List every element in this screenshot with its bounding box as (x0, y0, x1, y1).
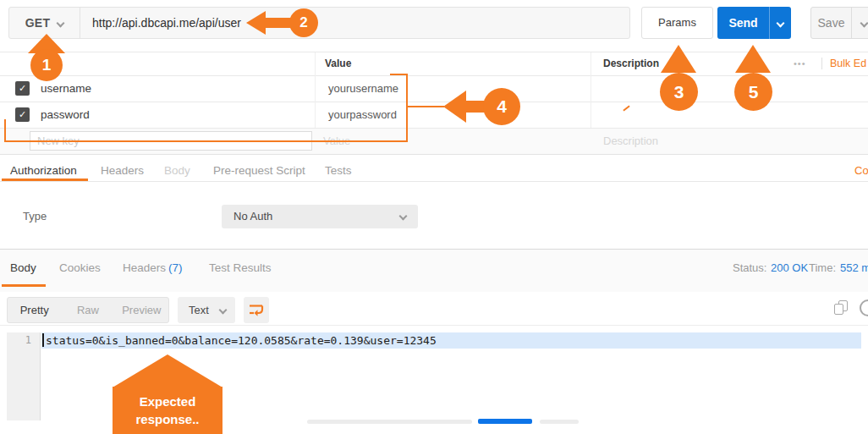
headers-count-badge[interactable]: (7) (168, 258, 183, 278)
active-tab-underline (2, 284, 46, 287)
divider (0, 128, 868, 129)
row-checkbox[interactable]: ✓ (15, 107, 30, 122)
line-number: 1 (25, 334, 31, 346)
step-5-badge: 5 (734, 73, 772, 111)
carousel-indicator-bar-active (478, 419, 532, 424)
annotation-connector-line (390, 74, 408, 75)
tab-body[interactable]: Body (164, 161, 190, 181)
tab-headers[interactable]: Headers (101, 161, 144, 181)
request-url-bar: GET http://api.dbcapi.me/api/user (8, 7, 630, 39)
description-column-header: Description (603, 52, 659, 75)
code-link[interactable]: Co (854, 161, 868, 181)
response-tab-body[interactable]: Body (10, 258, 36, 278)
method-label: GET (25, 16, 51, 30)
chevron-down-icon (860, 19, 868, 27)
bulk-edit-link[interactable]: Bulk Ed (830, 52, 866, 75)
send-options-button[interactable] (770, 7, 791, 39)
editor-gutter: 1 (7, 332, 41, 420)
time-label: Time: (809, 258, 836, 278)
copy-response-button[interactable] (834, 300, 849, 317)
annotation-connector-line (408, 106, 444, 107)
divider (0, 325, 868, 326)
response-tab-cookies[interactable]: Cookies (59, 258, 101, 278)
status-value: 200 OK (771, 258, 808, 278)
annotation-tick-mark (623, 105, 629, 111)
divider (821, 58, 822, 69)
column-divider (591, 52, 591, 128)
send-button[interactable]: Send (717, 7, 791, 39)
param-key-cell[interactable]: password (41, 102, 90, 128)
wrap-text-icon (249, 304, 264, 316)
step-3-arrow-up-icon (661, 45, 696, 73)
search-response-icon[interactable] (860, 299, 868, 316)
carousel-indicator-bar (540, 420, 579, 424)
new-description-cell[interactable]: Description (603, 128, 658, 154)
more-options-icon[interactable]: ••• (794, 52, 806, 75)
view-mode-preview[interactable]: Preview (115, 298, 168, 322)
active-tab-underline (2, 179, 88, 181)
save-options-button[interactable] (852, 8, 868, 38)
param-value-cell[interactable]: yourusername (328, 75, 398, 102)
divider (0, 181, 868, 182)
save-label: Save (811, 8, 851, 38)
annotation-connector-line (4, 140, 408, 142)
tab-pre-request-script[interactable]: Pre-request Script (213, 161, 305, 181)
param-value-cell[interactable]: yourpassword (328, 102, 397, 128)
expected-response-line2: response.. (113, 410, 222, 428)
step-2-badge: 2 (289, 8, 318, 37)
step-3-badge: 3 (660, 73, 698, 111)
auth-type-select[interactable]: No Auth (222, 205, 418, 228)
response-tab-headers[interactable]: Headers (123, 258, 166, 278)
step-1-badge: 1 (30, 49, 63, 81)
step-4-badge: 4 (483, 88, 520, 125)
chevron-down-icon (777, 19, 785, 27)
expected-response-line1: Expected (113, 393, 222, 410)
copy-icon (834, 304, 843, 315)
response-format-select[interactable]: Text (178, 297, 235, 323)
column-divider (315, 52, 316, 128)
view-mode-pretty[interactable]: Pretty (8, 298, 61, 322)
annotation-connector-line (4, 119, 6, 142)
chevron-down-icon (57, 19, 65, 27)
status-label: Status: (733, 258, 766, 278)
tab-tests[interactable]: Tests (325, 161, 352, 181)
expected-response-callout: Expected response.. (113, 387, 222, 434)
postman-request-window: GET http://api.dbcapi.me/api/user Params… (0, 0, 868, 434)
auth-type-label: Type (23, 205, 47, 228)
response-tab-test-results[interactable]: Test Results (209, 258, 272, 278)
step-4-arrow-left-icon (443, 91, 466, 123)
row-checkbox[interactable]: ✓ (15, 81, 30, 96)
response-body-text: status=0&is_banned=0&balance=120.0585&ra… (46, 334, 437, 347)
view-mode-raw[interactable]: Raw (61, 298, 114, 322)
time-value: 552 m (840, 258, 868, 278)
divider (0, 154, 868, 155)
chevron-down-icon (219, 306, 228, 315)
save-button[interactable]: Save (810, 7, 868, 39)
auth-type-value: No Auth (233, 205, 272, 228)
response-view-switch: Pretty Raw Preview (7, 297, 169, 323)
send-label: Send (717, 7, 769, 39)
response-format-value: Text (189, 297, 209, 323)
url-input[interactable]: http://api.dbcapi.me/api/user (80, 16, 241, 30)
value-column-header: Value (325, 52, 351, 75)
wrap-text-button[interactable] (244, 297, 269, 323)
chevron-down-icon (399, 212, 408, 221)
step-2-arrow-tail (265, 18, 292, 28)
step-2-arrow-left-icon (246, 11, 266, 35)
divider (0, 75, 868, 76)
expected-response-arrow-up-icon (113, 354, 222, 387)
text-caret (42, 333, 44, 347)
annotation-connector-line (406, 74, 408, 142)
params-button[interactable]: Params (641, 7, 713, 39)
step-5-arrow-up-icon (735, 45, 771, 73)
carousel-indicator-bar (307, 420, 472, 424)
